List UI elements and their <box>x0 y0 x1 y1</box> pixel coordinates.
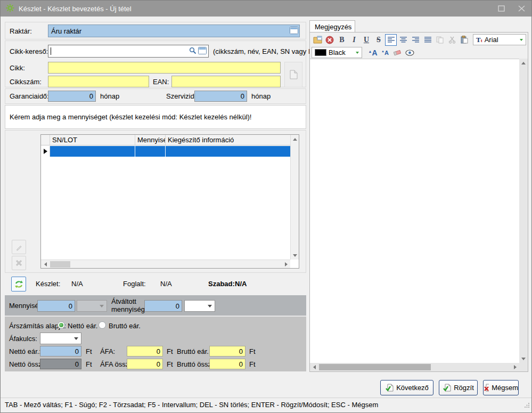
scroll-right-icon[interactable] <box>282 260 290 269</box>
save-button[interactable]: Rögzít <box>439 380 478 395</box>
resize-grip[interactable] <box>524 402 530 410</box>
table-horizontal-scrollbar[interactable] <box>41 260 290 268</box>
check-document-icon <box>443 384 451 392</box>
warranty-unit: hónap <box>100 92 119 100</box>
align-center-button[interactable] <box>397 34 409 46</box>
gross-total-field[interactable]: 0 <box>209 359 245 369</box>
cell-snlot[interactable] <box>50 146 135 157</box>
cell-mennyiseg[interactable] <box>135 146 166 157</box>
status-text: TAB - Mező váltás; F1 - Súgó; F2 - Törzs… <box>5 401 378 409</box>
bold-button[interactable]: B <box>336 34 348 46</box>
refresh-stock-button[interactable] <box>11 277 26 291</box>
editor-horizontal-scrollbar[interactable] <box>310 363 519 371</box>
align-right-button[interactable] <box>410 34 421 46</box>
increase-font-icon: ▲A <box>368 48 377 57</box>
column-header-mennyiseg[interactable]: Mennyiség <box>135 135 166 145</box>
stock-summary: Készlet: N/A Foglalt: N/A Szabad: N/A <box>5 274 306 294</box>
font-color-select[interactable]: Black <box>312 47 362 58</box>
row-indicator-icon <box>44 149 47 154</box>
scroll-thumb[interactable] <box>319 364 431 370</box>
increase-font-button[interactable]: ▲A <box>367 47 379 59</box>
strikethrough-button[interactable]: S <box>373 34 384 46</box>
table-vertical-scrollbar[interactable] <box>290 135 299 260</box>
net-price-radio-label[interactable]: Nettó eár. <box>68 322 97 330</box>
editor-toolbar-row1: B I U S <box>312 34 526 46</box>
decrease-font-button[interactable]: ▲A <box>379 47 391 59</box>
font-family-select[interactable]: Tt Arial <box>473 34 526 45</box>
vat-field[interactable]: 0 <box>127 346 163 357</box>
snlot-table[interactable]: SN/LOT Mennyiség Kiegészítő információ <box>40 134 299 269</box>
item-group: Cikk-kereső: (cikkszám, név, EAN, SN vag… <box>5 41 306 87</box>
scroll-down-icon[interactable] <box>291 251 299 260</box>
currency-label: Ft <box>249 347 256 355</box>
vat-key-select[interactable] <box>40 333 81 344</box>
close-button[interactable] <box>517 4 526 13</box>
align-left-icon <box>388 37 395 43</box>
check-document-icon <box>385 384 394 392</box>
window-title: Készlet - Készlet bevezetés - Új tétel <box>19 5 132 13</box>
gross-price-radio[interactable] <box>99 321 106 329</box>
scroll-right-icon[interactable] <box>511 363 519 371</box>
clear-note-button[interactable] <box>324 34 335 46</box>
net-total-value: 0 <box>75 360 79 368</box>
scroll-up-icon[interactable] <box>519 59 528 67</box>
gross-unit-price-field[interactable]: 0 <box>209 346 245 357</box>
scroll-up-icon[interactable] <box>291 135 299 143</box>
underline-button[interactable]: U <box>361 34 372 46</box>
delete-x-icon <box>15 260 22 266</box>
vat-total-field[interactable]: 0 <box>127 359 163 369</box>
quantity-field[interactable]: 0 <box>37 300 75 312</box>
preview-button[interactable] <box>404 47 415 59</box>
scroll-left-icon[interactable] <box>310 363 318 371</box>
pricing-band: Árszámítás alapja: Nettó eár. Bruttó eár… <box>5 317 306 371</box>
reserved-value: N/A <box>160 280 172 288</box>
maximize-icon <box>498 5 505 12</box>
copy-icon <box>436 36 444 44</box>
search-icon[interactable] <box>189 47 197 56</box>
eraser-button[interactable] <box>391 47 403 59</box>
warranty-field[interactable]: 0 <box>48 91 96 102</box>
gross-unit-price-label: Bruttó eár.: <box>177 347 211 355</box>
scroll-thumb[interactable] <box>50 261 70 268</box>
item-name-field[interactable] <box>48 62 281 74</box>
align-justify-button[interactable] <box>422 34 433 46</box>
column-header-kiegeszito[interactable]: Kiegészítő információ <box>166 135 290 145</box>
chevron-down-icon <box>520 39 523 41</box>
warehouse-picker-icon[interactable] <box>290 27 298 36</box>
insert-object-button[interactable] <box>312 34 323 46</box>
copy-button <box>434 34 446 46</box>
align-center-icon <box>400 37 407 43</box>
net-price-radio[interactable] <box>58 321 65 329</box>
scroll-left-icon[interactable] <box>41 260 50 269</box>
scroll-down-icon[interactable] <box>519 354 528 363</box>
table-row[interactable] <box>41 146 290 157</box>
item-search-input[interactable] <box>48 45 209 58</box>
next-button[interactable]: Következő <box>380 380 433 395</box>
converted-unit-select[interactable] <box>184 300 215 312</box>
converted-quantity-field[interactable]: 0 <box>144 300 182 312</box>
maximize-button[interactable] <box>496 4 506 13</box>
tab-megjegyzes[interactable]: Megjegyzés <box>309 20 355 33</box>
text-caret <box>51 47 51 55</box>
item-picker-icon[interactable] <box>198 47 207 56</box>
table-header[interactable]: SN/LOT Mennyiség Kiegészítő információ <box>41 135 290 145</box>
editor-vertical-scrollbar[interactable] <box>519 59 528 363</box>
ean-field[interactable] <box>171 76 281 87</box>
italic-button[interactable]: I <box>348 34 360 46</box>
cancel-button[interactable]: Mégsem <box>483 380 519 395</box>
item-number-label: Cikkszám: <box>10 78 42 86</box>
column-header-snlot[interactable]: SN/LOT <box>50 135 135 145</box>
cell-kiegeszito[interactable] <box>166 146 290 157</box>
align-right-icon <box>412 37 419 43</box>
gross-price-radio-label[interactable]: Bruttó eár. <box>109 322 141 330</box>
paste-button[interactable] <box>459 34 470 46</box>
net-unit-price-field[interactable]: 0 <box>40 346 81 357</box>
note-text-area[interactable] <box>310 59 519 363</box>
item-number-field[interactable] <box>48 76 149 87</box>
align-left-button[interactable] <box>385 34 397 46</box>
service-field[interactable]: 0 <box>194 91 247 102</box>
warehouse-select[interactable]: Áru raktár <box>48 25 300 37</box>
vat-value: 0 <box>157 347 160 355</box>
title-bar[interactable]: Készlet - Készlet bevezetés - Új tétel <box>1 1 531 17</box>
quantity-pricing-section: Mennyiség: 0 Átváltott mennyiség: 0 Ársz… <box>5 295 306 371</box>
